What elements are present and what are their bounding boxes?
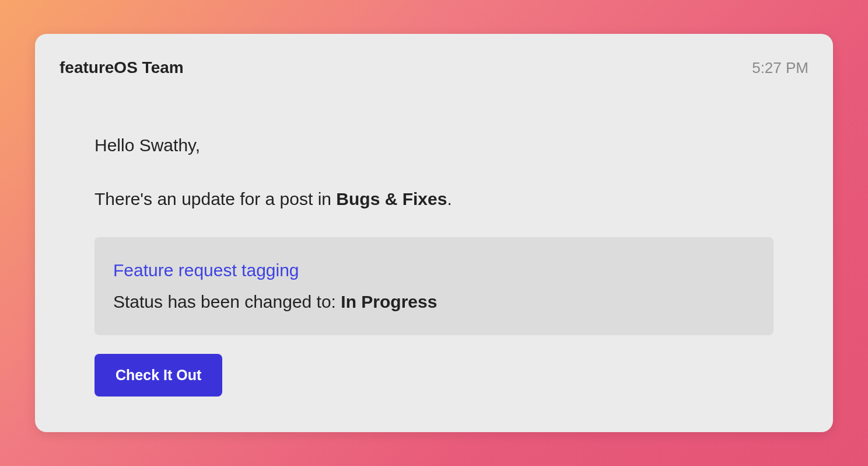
card-body: Hello Swathy, There's an update for a po… — [60, 135, 808, 397]
update-board-name: Bugs & Fixes — [336, 189, 447, 208]
update-prefix: There's an update for a post in — [94, 189, 336, 208]
update-suffix: . — [447, 189, 452, 208]
timestamp: 5:27 PM — [752, 59, 808, 77]
status-value: In Progress — [341, 292, 437, 311]
notification-card: featureOS Team 5:27 PM Hello Swathy, The… — [35, 34, 833, 432]
status-prefix: Status has been changed to: — [113, 292, 341, 311]
sender-name: featureOS Team — [60, 58, 184, 77]
update-text: There's an update for a post in Bugs & F… — [94, 189, 774, 209]
card-header: featureOS Team 5:27 PM — [60, 58, 808, 77]
post-title-link[interactable]: Feature request tagging — [113, 260, 755, 280]
status-box: Feature request tagging Status has been … — [94, 237, 774, 335]
check-it-out-button[interactable]: Check It Out — [94, 354, 222, 397]
greeting-text: Hello Swathy, — [94, 135, 774, 155]
status-line: Status has been changed to: In Progress — [113, 292, 755, 312]
